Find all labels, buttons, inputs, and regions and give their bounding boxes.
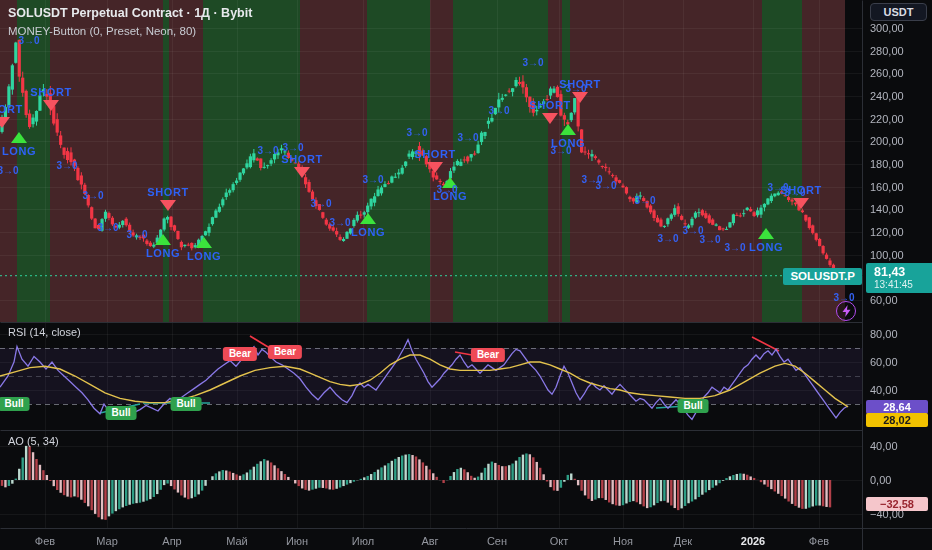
short-signal-icon	[542, 113, 558, 124]
state-transition-label: 3→0	[657, 233, 678, 244]
ao-panel-label[interactable]: AO (5, 34)	[8, 435, 59, 447]
long-signal-icon	[196, 237, 212, 248]
time-axis-label: Мар	[96, 535, 118, 547]
current-price-value: 81,43	[874, 265, 932, 279]
rsi-value-tag: 28,64	[866, 400, 928, 414]
rsi-tick: 60,00	[870, 356, 898, 368]
short-signal-icon	[43, 100, 59, 111]
rsi-bear-tag: Bear	[223, 347, 257, 361]
time-axis-label: Апр	[162, 535, 181, 547]
state-transition-label: 3→0	[56, 160, 77, 171]
state-transition-label: 3→0	[550, 145, 571, 156]
time-axis-label: Май	[226, 535, 248, 547]
short-signal-label: SHORT	[281, 153, 323, 165]
state-transition-label: 3→0	[784, 187, 805, 198]
time-axis-label: Окт	[550, 535, 569, 547]
time-axis-label: Фев	[809, 535, 829, 547]
instant-trade-icon[interactable]	[836, 301, 856, 321]
rsi-tick: 40,00	[870, 384, 898, 396]
state-transition-label: 3→0	[488, 105, 509, 116]
time-axis-label: Фев	[35, 535, 55, 547]
state-transition-label: 3→0	[82, 190, 103, 201]
long-signal-label: LONG	[749, 241, 783, 253]
short-signal-icon	[160, 200, 176, 211]
rsi-bear-tag: Bear	[471, 348, 505, 362]
indicator-legend[interactable]: MONEY-Button (0, Preset, Neon, 80)	[8, 24, 252, 40]
state-transition-label: 3→0	[406, 127, 427, 138]
state-transition-label: 3→0	[595, 180, 616, 191]
long-signal-icon	[155, 234, 171, 245]
rsi-bear-tag: Bear	[268, 345, 302, 359]
state-transition-label: 3→0	[634, 195, 655, 206]
price-tick: 300,00	[870, 22, 904, 34]
price-tick: 220,00	[870, 113, 904, 125]
short-signal-icon	[294, 167, 310, 178]
price-tick: 240,00	[870, 90, 904, 102]
state-transition-label: 3→0	[457, 132, 478, 143]
time-axis-label: Июл	[352, 535, 374, 547]
price-tick: 120,00	[870, 226, 904, 238]
rsi-tick: 80,00	[870, 328, 898, 340]
rsi-bull-tag: Bull	[171, 397, 202, 411]
long-signal-icon	[360, 213, 376, 224]
short-signal-label: SHORT	[529, 99, 571, 111]
state-transition-label: 3→0	[522, 57, 543, 68]
price-tick: 60,00	[870, 294, 898, 306]
state-transition-label: 3→0	[310, 198, 331, 209]
state-transition-label: 3→0	[18, 35, 39, 46]
price-tick: 140,00	[870, 203, 904, 215]
chart-legend: SOLUSDT Perpetual Contract · 1Д · Bybit …	[8, 5, 252, 39]
short-signal-icon	[427, 162, 443, 173]
rsi-bull-tag: Bull	[678, 399, 709, 413]
long-signal-icon	[11, 132, 27, 143]
price-tick: 200,00	[870, 135, 904, 147]
rsi-ma-value-tag: 28,02	[866, 413, 928, 427]
countdown-timer: 13:41:45	[874, 279, 932, 291]
state-transition-label: 3→0	[362, 174, 383, 185]
state-transition-label: 3→0	[724, 242, 745, 253]
state-transition-label: 3→0	[257, 145, 278, 156]
short-signal-label: SHORT	[0, 103, 23, 115]
time-axis-label: Июн	[286, 535, 308, 547]
time-axis-label: Сен	[487, 535, 507, 547]
price-tick: 280,00	[870, 45, 904, 57]
state-transition-label: 3→0	[282, 142, 303, 153]
current-price-tag: 81,43 13:41:45	[866, 263, 932, 293]
state-transition-label: 3→0	[0, 165, 19, 176]
price-tick: 100,00	[870, 249, 904, 261]
lightning-bolt-icon	[842, 305, 851, 317]
rsi-bull-tag: Bull	[0, 397, 29, 411]
long-signal-label: LONG	[351, 226, 385, 238]
time-axis-label: 2026	[741, 535, 765, 547]
state-transition-label: 3→0	[329, 217, 350, 228]
long-signal-icon	[758, 228, 774, 239]
state-transition-label: 3→0	[126, 229, 147, 240]
long-signal-icon	[560, 124, 576, 135]
time-axis-label: Дек	[674, 535, 692, 547]
symbol-price-tag: SOLUSDT.P	[783, 268, 862, 285]
short-signal-icon	[793, 198, 809, 209]
state-transition-label: 3→0	[565, 83, 586, 94]
long-signal-label: LONG	[2, 145, 36, 157]
short-signal-label: SHORT	[147, 186, 189, 198]
price-tick: 260,00	[870, 67, 904, 79]
state-transition-label: 3→0	[436, 184, 457, 195]
long-signal-label: LONG	[187, 250, 221, 262]
long-signal-label: LONG	[146, 247, 180, 259]
rsi-bull-tag: Bull	[106, 406, 137, 420]
short-signal-label: SHORT	[414, 148, 456, 160]
state-transition-label: 3→0	[97, 222, 118, 233]
rsi-panel-label[interactable]: RSI (14, close)	[8, 326, 81, 338]
time-axis-label: Ноя	[613, 535, 633, 547]
short-signal-icon	[0, 117, 10, 128]
price-tick: 160,00	[870, 181, 904, 193]
ao-value-tag: −32,58	[866, 497, 928, 511]
state-transition-label: 3→0	[699, 234, 720, 245]
trading-chart-app: SOLUSDT Perpetual Contract · 1Д · Bybit …	[0, 0, 932, 550]
time-axis-label: Авг	[421, 535, 438, 547]
ao-tick: 40,00	[870, 440, 898, 452]
short-signal-label: SHORT	[30, 86, 72, 98]
chart-title[interactable]: SOLUSDT Perpetual Contract · 1Д · Bybit	[8, 5, 252, 22]
currency-button[interactable]: USDT	[870, 3, 927, 21]
ao-tick: 0,00	[870, 474, 891, 486]
